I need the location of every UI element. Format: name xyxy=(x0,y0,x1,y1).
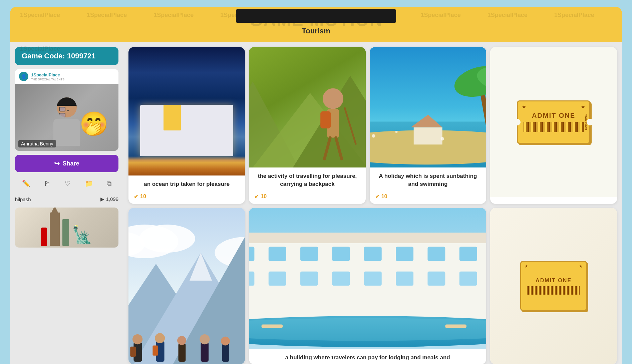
svg-rect-16 xyxy=(413,127,442,145)
player-video: 🤭 Amrutha Benny xyxy=(15,84,118,151)
person-body xyxy=(53,119,80,146)
beach-svg xyxy=(370,47,486,167)
svg-rect-74 xyxy=(262,324,283,328)
brand-name: 1SpecialPlace xyxy=(31,72,60,77)
statue-liberty xyxy=(62,219,69,246)
pencil-icon[interactable]: ✏️ xyxy=(22,179,30,188)
svg-rect-41 xyxy=(130,346,136,356)
svg-point-40 xyxy=(221,336,230,345)
landmark-silhouette: 🗽 xyxy=(41,213,92,246)
hotel-svg xyxy=(249,208,486,349)
svg-rect-54 xyxy=(396,247,413,261)
svg-rect-60 xyxy=(269,271,286,285)
svg-point-69 xyxy=(249,318,486,341)
player-card-header: 👤 1SpecialPlace THE SPECIAL TALENTS xyxy=(15,69,118,84)
landmarks-panel: 🗽 xyxy=(15,208,118,248)
share-icon: ↪ xyxy=(54,159,60,167)
content-area: Game Code: 1099721 👤 1SpecialPlace THE S… xyxy=(10,42,622,364)
svg-rect-61 xyxy=(300,271,318,285)
svg-rect-35 xyxy=(179,343,186,361)
emoji-overlay: 🤭 xyxy=(79,110,108,137)
person-head xyxy=(57,97,77,117)
checkmark-icon: ✔ xyxy=(134,194,138,200)
svg-rect-6 xyxy=(321,111,331,128)
card-hotel[interactable]: a building where travelers can pay for l… xyxy=(249,208,486,364)
card-ticket[interactable]: ★ ★ ADMIT ONE 49229442005 xyxy=(490,47,617,204)
svg-point-23 xyxy=(139,225,195,253)
extra-ticket: ADMIT ONE ★ ★ xyxy=(520,261,587,311)
beach-score-value: 10 xyxy=(381,194,387,200)
card-mountain[interactable] xyxy=(128,208,245,364)
copy-icon[interactable]: ⧉ xyxy=(107,180,111,188)
svg-rect-51 xyxy=(300,247,318,261)
person-glasses xyxy=(59,107,74,111)
svg-rect-64 xyxy=(396,271,413,285)
hiker-svg xyxy=(249,47,365,167)
card-cruise-score: ✔ 10 xyxy=(128,191,245,204)
svg-rect-53 xyxy=(364,247,382,261)
card-hiker[interactable]: the activity of travelling for pleasure,… xyxy=(249,47,365,204)
card-extra-image: ADMIT ONE ★ ★ xyxy=(490,208,617,364)
landmark-emoji: 🗽 xyxy=(72,225,92,244)
bigben xyxy=(50,213,60,246)
svg-rect-52 xyxy=(332,247,350,261)
card-beach-image xyxy=(370,47,486,167)
cruise-score-value: 10 xyxy=(140,194,146,200)
ticket-barcode xyxy=(524,122,584,132)
svg-rect-37 xyxy=(201,342,209,362)
main-container: 1SpecialPlace 1SpecialPlace 1SpecialPlac… xyxy=(0,0,632,364)
card-beach-description: A holiday which is spent sunbathing and … xyxy=(375,172,481,188)
player-card: 👤 1SpecialPlace THE SPECIAL TALENTS xyxy=(15,69,118,151)
player-score-row: hilpash ▶ 1,099 xyxy=(15,195,118,204)
svg-rect-62 xyxy=(332,271,350,285)
card-beach-score: ✔ 10 xyxy=(370,191,486,204)
svg-rect-55 xyxy=(428,247,445,261)
svg-rect-75 xyxy=(445,324,467,328)
phone-box xyxy=(41,228,47,246)
extra-ticket-barcode xyxy=(527,286,580,295)
player-avatar: 👤 xyxy=(19,72,28,81)
card-hiker-text-area: the activity of travelling for pleasure,… xyxy=(249,167,365,191)
svg-rect-59 xyxy=(249,271,254,285)
mountain-svg xyxy=(128,208,245,364)
svg-point-34 xyxy=(155,333,165,343)
folder-icon[interactable]: 📁 xyxy=(85,179,93,188)
card-beach[interactable]: A holiday which is spent sunbathing and … xyxy=(370,47,486,204)
left-sidebar: Game Code: 1099721 👤 1SpecialPlace THE S… xyxy=(10,42,123,364)
svg-rect-63 xyxy=(364,271,382,285)
svg-point-36 xyxy=(177,336,186,345)
cards-grid: an ocean trip taken for pleasure ✔ 10 xyxy=(123,42,622,364)
ticket-design: ★ ★ ADMIT ONE 49229442005 xyxy=(517,100,590,144)
card-hiker-score: ✔ 10 xyxy=(249,191,365,204)
ticket-star-left: ★ xyxy=(522,104,526,109)
player-name-tag: Amrutha Benny xyxy=(18,140,56,147)
extra-star-left: ★ xyxy=(525,264,528,269)
card-mountain-image xyxy=(128,208,245,364)
checkmark-icon2: ✔ xyxy=(254,194,259,200)
flag-icon[interactable]: 🏳 xyxy=(44,180,51,188)
svg-rect-39 xyxy=(222,344,229,362)
ticket-admit-text: ADMIT ONE xyxy=(532,112,575,119)
heart-icon[interactable]: ♡ xyxy=(65,179,71,188)
share-button[interactable]: ↪ Share xyxy=(15,155,118,172)
bottom-icons-row: ✏️ 🏳 ♡ 📁 ⧉ xyxy=(15,176,118,191)
svg-rect-49 xyxy=(249,247,254,261)
checkmark-icon3: ✔ xyxy=(375,194,379,200)
card-extra-right[interactable]: ADMIT ONE ★ ★ xyxy=(490,208,617,364)
svg-point-38 xyxy=(200,334,210,344)
header-banner: 1SpecialPlace 1SpecialPlace 1SpecialPlac… xyxy=(10,7,622,42)
share-button-label: Share xyxy=(62,160,79,167)
card-cruise-text-area: an ocean trip taken for pleasure xyxy=(128,175,245,191)
card-cruise[interactable]: an ocean trip taken for pleasure ✔ 10 xyxy=(128,47,245,204)
brand-tagline: THE SPECIAL TALENTS xyxy=(31,78,64,81)
card-hiker-description: the activity of travelling for pleasure,… xyxy=(254,172,360,188)
card-ticket-image: ★ ★ ADMIT ONE 49229442005 xyxy=(490,47,617,197)
avatar-icon: 👤 xyxy=(21,74,27,79)
svg-point-32 xyxy=(132,334,142,344)
game-code-box: Game Code: 1099721 xyxy=(15,47,118,65)
game-code-label: Game Code: 1099721 xyxy=(22,52,95,60)
svg-point-19 xyxy=(395,131,397,133)
svg-point-20 xyxy=(440,137,444,140)
score-player-name: hilpash xyxy=(15,197,31,202)
svg-point-4 xyxy=(323,88,343,109)
